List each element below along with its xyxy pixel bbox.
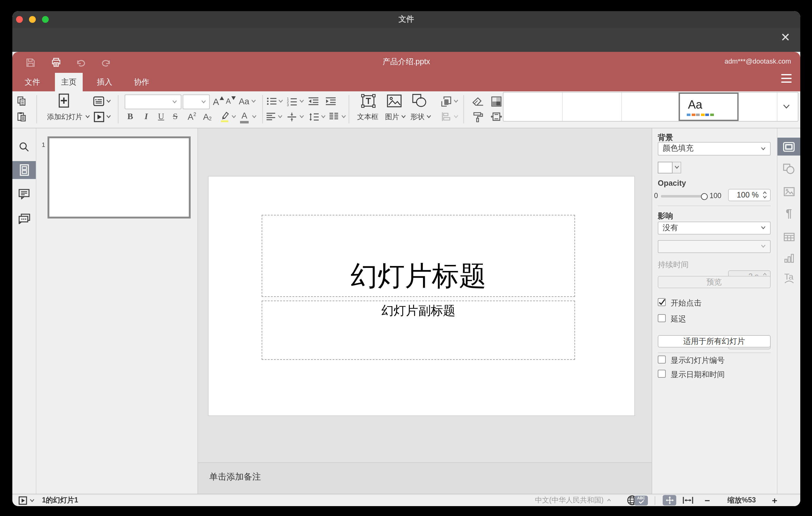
search-button[interactable] — [12, 138, 36, 155]
apply-all-button[interactable]: 适用于所有幻灯片 — [658, 335, 770, 347]
show-slide-number-checkbox[interactable] — [658, 355, 666, 364]
slideshow-chevron[interactable] — [105, 110, 112, 123]
font-size-select[interactable] — [183, 94, 210, 109]
start-click-checkbox[interactable] — [658, 298, 666, 306]
clear-style-button[interactable] — [470, 94, 485, 108]
vertical-align-button[interactable] — [286, 110, 298, 123]
align-objects-button[interactable] — [439, 110, 453, 123]
bold-button[interactable]: B — [125, 110, 136, 123]
close-icon[interactable]: ✕ — [778, 30, 793, 46]
font-name-select[interactable] — [125, 94, 181, 109]
vertical-align-chevron[interactable] — [298, 110, 305, 123]
start-slideshow-button[interactable] — [19, 496, 27, 505]
arrange-chevron[interactable] — [452, 94, 459, 108]
increase-indent-button[interactable] — [324, 94, 338, 108]
horizontal-align-button[interactable] — [265, 110, 277, 123]
shape-settings-tab[interactable] — [777, 160, 800, 178]
slide-layout-chevron[interactable] — [105, 94, 112, 108]
numbering-chevron[interactable] — [298, 94, 305, 108]
chart-settings-tab[interactable] — [777, 249, 800, 267]
line-spacing-chevron[interactable] — [320, 110, 326, 123]
theme-gallery-expand[interactable] — [778, 93, 795, 121]
fit-slide-button[interactable] — [663, 494, 676, 506]
insert-textbox-label[interactable]: 文本框 — [355, 110, 380, 123]
slide-editor[interactable]: 幻灯片标题 幻灯片副标题 — [208, 176, 634, 415]
opacity-input[interactable]: 100 % — [728, 189, 770, 201]
slide-size-button[interactable] — [489, 110, 503, 123]
decrease-indent-button[interactable] — [307, 94, 320, 108]
zoom-in-button[interactable]: + — [772, 494, 778, 506]
theme-cell-blank[interactable] — [503, 93, 563, 121]
tab-file[interactable]: 文件 — [19, 73, 46, 91]
chevron-down-icon[interactable] — [30, 498, 34, 502]
slide-layout-button[interactable] — [91, 94, 106, 108]
fit-width-button[interactable] — [683, 494, 694, 506]
insert-picture-button[interactable] — [386, 93, 403, 108]
table-settings-tab[interactable] — [777, 228, 800, 246]
line-spacing-button[interactable] — [307, 110, 320, 123]
theme-cell-blank[interactable] — [738, 93, 778, 121]
color-scheme-button[interactable] — [489, 94, 503, 108]
align-objects-chevron[interactable] — [452, 110, 459, 123]
theme-cell-blank[interactable] — [563, 93, 622, 121]
zoom-out-button[interactable]: − — [705, 494, 710, 506]
show-date-checkbox[interactable] — [658, 370, 666, 378]
image-settings-tab[interactable] — [777, 183, 800, 201]
spinner-up-icon[interactable] — [762, 191, 767, 194]
comments-button[interactable] — [12, 185, 36, 203]
chat-button[interactable] — [12, 210, 36, 228]
paragraph-settings-tab[interactable]: ¶ — [777, 205, 800, 223]
add-slide-button[interactable] — [56, 93, 71, 108]
strikethrough-button[interactable]: S — [170, 110, 181, 123]
tab-collaboration[interactable]: 协作 — [128, 73, 155, 91]
copy-button[interactable] — [16, 94, 28, 108]
tab-insert[interactable]: 插入 — [91, 73, 118, 91]
slide-settings-tab[interactable] — [777, 138, 800, 155]
change-case-button[interactable]: Aa — [238, 94, 257, 108]
spinner-down-icon[interactable] — [762, 195, 767, 198]
theme-cell-blank[interactable] — [622, 93, 679, 121]
underline-button[interactable]: U — [155, 110, 167, 123]
delay-checkbox[interactable] — [658, 314, 666, 322]
font-color-button[interactable]: A — [238, 110, 251, 123]
decrease-font-button[interactable]: A — [225, 94, 237, 108]
opacity-slider-track[interactable] — [661, 195, 704, 198]
notes-area[interactable]: 单击添加备注 — [198, 462, 651, 493]
highlight-button[interactable] — [218, 110, 231, 123]
columns-button[interactable] — [328, 110, 340, 123]
effect-type-select[interactable] — [658, 240, 770, 253]
preview-button[interactable]: 预览 — [658, 276, 770, 288]
spellcheck-toggle[interactable]: ABC — [634, 494, 648, 506]
title-placeholder[interactable]: 幻灯片标题 — [262, 215, 575, 296]
highlight-chevron[interactable] — [230, 110, 237, 123]
copy-style-button[interactable] — [470, 110, 485, 123]
hamburger-menu-icon[interactable] — [781, 74, 792, 83]
textart-settings-tab[interactable]: Ta — [777, 269, 800, 287]
language-select[interactable]: 中文(中华人民共和国) — [535, 494, 611, 506]
fill-color-picker[interactable] — [658, 162, 681, 173]
slides-panel-button[interactable] — [12, 161, 36, 179]
insert-picture-label[interactable]: 图片 — [384, 110, 407, 123]
bullets-button[interactable] — [265, 94, 278, 108]
insert-shape-button[interactable] — [411, 93, 428, 108]
superscript-button[interactable]: A2 — [185, 110, 199, 123]
spinner-up-icon[interactable] — [762, 273, 767, 276]
add-slide-label[interactable]: 添加幻灯片 — [42, 110, 95, 123]
columns-chevron[interactable] — [340, 110, 347, 123]
fill-type-select[interactable]: 颜色填充 — [658, 142, 770, 155]
font-color-chevron[interactable] — [251, 110, 257, 123]
arrange-button[interactable] — [439, 94, 453, 108]
effect-select[interactable]: 没有 — [658, 221, 770, 234]
italic-button[interactable]: I — [141, 110, 152, 123]
opacity-slider-thumb[interactable] — [701, 193, 708, 200]
subtitle-placeholder[interactable]: 幻灯片副标题 — [262, 300, 575, 360]
tab-home[interactable]: 主页 — [55, 73, 83, 91]
align-chevron[interactable] — [277, 110, 283, 123]
bullets-chevron[interactable] — [277, 94, 284, 108]
paste-button[interactable] — [16, 110, 28, 123]
insert-shape-label[interactable]: 形状 — [409, 110, 433, 123]
insert-textbox-button[interactable] — [359, 93, 378, 108]
theme-cell-selected[interactable]: Aa — [679, 93, 738, 121]
start-slideshow-button[interactable] — [91, 110, 106, 123]
increase-font-button[interactable]: A — [212, 94, 225, 108]
